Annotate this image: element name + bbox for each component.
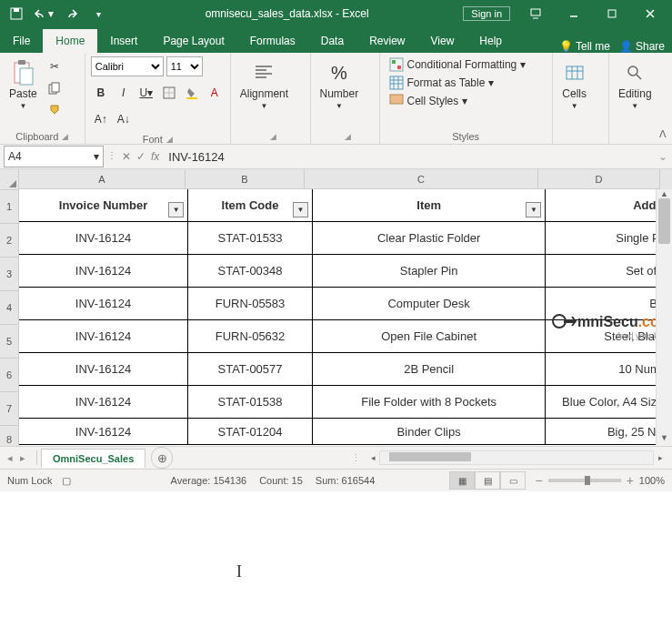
col-header-C[interactable]: C <box>305 169 538 189</box>
save-button[interactable] <box>4 3 29 25</box>
copy-button[interactable] <box>45 78 65 98</box>
row-header-3[interactable]: 3 <box>0 258 18 291</box>
tab-insert[interactable]: Insert <box>97 29 150 53</box>
editing-button[interactable]: Editing ▼ <box>615 56 656 114</box>
scroll-thumb[interactable] <box>658 198 670 244</box>
col-header-D[interactable]: D <box>538 169 660 189</box>
macro-record-icon[interactable]: ▢ <box>62 475 71 487</box>
row-header-1[interactable]: 1 <box>0 190 18 224</box>
expand-formula-bar[interactable]: ⌄ <box>654 150 672 163</box>
tab-formulas[interactable]: Formulas <box>237 29 308 53</box>
header-code[interactable]: Item Code▼ <box>188 189 313 222</box>
select-all-corner[interactable] <box>0 169 18 190</box>
cancel-formula[interactable]: ✕ <box>122 150 131 163</box>
format-as-table-button[interactable]: Format as Table ▾ <box>386 75 530 91</box>
decrease-font-button[interactable]: A↓ <box>114 109 134 129</box>
zoom-in[interactable]: + <box>627 473 634 488</box>
tab-home[interactable]: Home <box>43 29 97 53</box>
zoom-slider[interactable] <box>548 479 621 482</box>
ribbon-tabs: File Home Insert Page Layout Formulas Da… <box>0 27 672 53</box>
maximize-button[interactable] <box>594 3 630 25</box>
tell-me[interactable]: 💡 Tell me <box>559 40 610 53</box>
zoom-out[interactable]: − <box>535 473 542 488</box>
filter-invoice[interactable]: ▼ <box>168 202 184 217</box>
cells-button[interactable]: Cells ▼ <box>558 56 591 114</box>
col-header-B[interactable]: B <box>186 169 305 189</box>
row-header-5[interactable]: 5 <box>0 325 18 359</box>
header-item[interactable]: Item▼ <box>313 189 547 222</box>
format-painter-button[interactable] <box>45 100 65 120</box>
enter-formula[interactable]: ✓ <box>136 150 145 163</box>
header-additional[interactable]: Additi <box>546 189 672 222</box>
formula-input[interactable]: INV-16124 <box>163 150 654 164</box>
collapse-ribbon[interactable]: ᐱ <box>659 128 667 140</box>
zoom-level[interactable]: 100% <box>639 475 665 486</box>
minimize-button[interactable] <box>556 3 592 25</box>
ribbon-options-icon[interactable] <box>517 3 554 25</box>
svg-rect-1 <box>14 8 19 12</box>
increase-font-button[interactable]: A↑ <box>91 109 111 129</box>
tab-view[interactable]: View <box>418 29 467 53</box>
border-button[interactable] <box>159 83 179 103</box>
row-header-4[interactable]: 4 <box>0 291 18 325</box>
hscroll-thumb[interactable] <box>389 452 471 461</box>
number-launcher[interactable]: ◢ <box>345 132 351 141</box>
share-button[interactable]: 👤 Share <box>619 40 665 53</box>
horizontal-scrollbar[interactable] <box>379 450 654 465</box>
row-header-7[interactable]: 7 <box>0 392 18 426</box>
undo-button[interactable]: ▾ <box>31 3 56 25</box>
underline-button[interactable]: U▾ <box>136 83 156 103</box>
view-page-break[interactable]: ▭ <box>500 471 526 490</box>
alignment-launcher[interactable]: ◢ <box>270 132 276 141</box>
hscroll-left[interactable]: ◂ <box>366 453 379 462</box>
qat-customize[interactable]: ▾ <box>85 3 111 25</box>
font-name-select[interactable]: Calibri <box>91 56 164 76</box>
tab-review[interactable]: Review <box>356 29 417 53</box>
fx-button[interactable]: fx <box>151 150 159 163</box>
formula-more[interactable]: ⋮ <box>107 150 116 163</box>
alignment-button[interactable]: Alignment ▼ <box>236 56 292 114</box>
tab-page-layout[interactable]: Page Layout <box>150 29 236 53</box>
tab-data[interactable]: Data <box>308 29 356 53</box>
tab-help[interactable]: Help <box>466 29 515 53</box>
clipboard-launcher[interactable]: ◢ <box>62 132 68 141</box>
vertical-scrollbar[interactable]: ▲ ▼ <box>656 189 672 446</box>
row-header-6[interactable]: 6 <box>0 359 18 392</box>
table-row: INV-16124FURN-05583Computer DeskBig <box>19 288 672 320</box>
filter-code[interactable]: ▼ <box>293 202 308 217</box>
table-row: INV-16124FURN-05632Open File CabinetStee… <box>19 320 672 353</box>
row-header-2[interactable]: 2 <box>0 224 18 258</box>
sheet-tab[interactable]: OmniSecu_Sales <box>41 449 145 468</box>
view-normal[interactable]: ▦ <box>449 471 475 490</box>
font-launcher[interactable]: ◢ <box>166 135 173 144</box>
tab-next[interactable]: ▸ <box>20 452 25 464</box>
bold-button[interactable]: B <box>91 83 111 103</box>
col-header-A[interactable]: A <box>19 169 186 189</box>
table-row: INV-16124STAT-01538File Folder with 8 Po… <box>19 386 672 419</box>
close-button[interactable] <box>632 3 668 25</box>
redo-button[interactable] <box>58 3 84 25</box>
hscroll-right[interactable]: ▸ <box>654 453 667 462</box>
scroll-down[interactable]: ▼ <box>657 433 672 446</box>
header-invoice[interactable]: Invoice Number▼ <box>19 189 188 222</box>
cell-styles-button[interactable]: Cell Styles ▾ <box>386 93 530 109</box>
fill-color-button[interactable] <box>182 83 202 103</box>
cut-button[interactable]: ✂ <box>45 56 65 76</box>
sign-in-button[interactable]: Sign in <box>463 6 510 21</box>
tab-file[interactable]: File <box>0 29 43 53</box>
row-header-8[interactable]: 8 <box>0 426 18 446</box>
tab-prev[interactable]: ◂ <box>7 452 13 464</box>
new-sheet-button[interactable]: ⊕ <box>151 447 173 469</box>
filter-item[interactable]: ▼ <box>526 202 541 217</box>
view-page-layout[interactable]: ▤ <box>475 471 500 490</box>
font-size-select[interactable]: 11 <box>166 56 203 76</box>
name-box[interactable]: A4▾ <box>4 146 104 167</box>
number-label: Number <box>320 87 359 100</box>
paste-button[interactable]: Paste ▼ <box>5 56 41 114</box>
conditional-formatting-button[interactable]: Conditional Formatting ▾ <box>386 56 530 73</box>
sheet-tabs-bar: ◂▸ OmniSecu_Sales ⊕ ⋮ ◂ ▸ <box>0 446 672 469</box>
italic-button[interactable]: I <box>114 83 134 103</box>
font-color-button[interactable]: A <box>205 83 225 103</box>
search-icon <box>622 60 647 86</box>
number-button[interactable]: % Number ▼ <box>316 56 363 114</box>
